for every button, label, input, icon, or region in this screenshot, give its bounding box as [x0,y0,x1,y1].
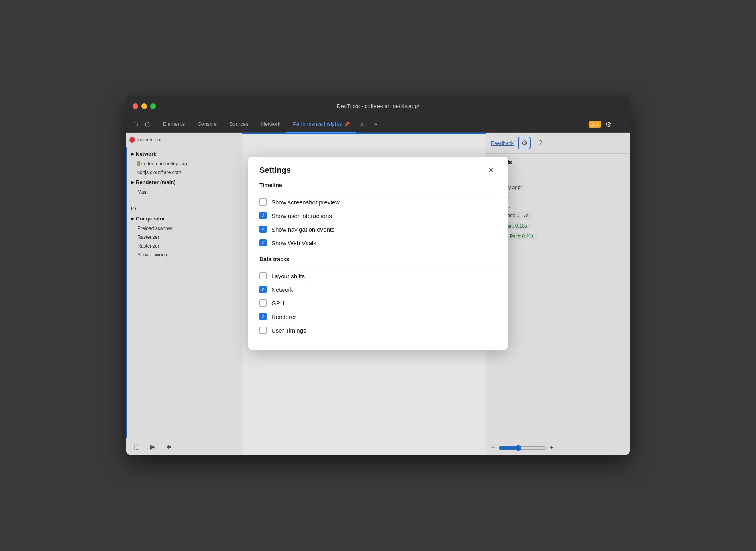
option-user-interactions-label: Show user interactions [271,212,332,219]
timeline-divider [259,192,497,192]
tab-bar-left: ⬚ ⬡ [129,119,153,130]
tabs-container: Elements Console Sources Network Perform… [157,117,589,133]
close-traffic-light[interactable] [133,103,138,109]
tab-console[interactable]: Console [191,117,223,133]
option-renderer[interactable]: Renderer [259,313,497,320]
option-show-navigation-events[interactable]: Show navigation events [259,226,497,233]
option-show-user-interactions[interactable]: Show user interactions [259,212,497,219]
tab-network[interactable]: Network [255,117,287,133]
option-network[interactable]: Network [259,286,497,293]
option-network-label: Network [271,286,293,293]
option-user-timings[interactable]: User Timings [259,327,497,334]
checkbox-gpu[interactable] [259,299,267,307]
checkbox-user-interactions[interactable] [259,212,267,219]
tab-bar: ⬚ ⬡ Elements Console Sources Network Per… [126,117,630,133]
option-web-vitals-label: Show Web Vitals [271,240,316,246]
checkbox-network[interactable] [259,286,267,293]
more-options-icon[interactable]: ⋮ [615,119,627,130]
tab-elements[interactable]: Elements [157,117,191,133]
title-bar: DevTools - coffee-cart.netlify.app/ [126,96,630,117]
section-gap [259,253,497,256]
modal-body: Timeline Show screenshot preview Show us… [248,182,508,350]
settings-icon[interactable]: ⚙ [603,119,614,130]
tab-actions: ⚠ 1 ⚙ ⋮ [589,119,627,130]
option-navigation-events-label: Show navigation events [271,226,334,233]
modal-title: Settings [259,166,291,175]
maximize-traffic-light[interactable] [150,103,156,109]
option-gpu[interactable]: GPU [259,299,497,307]
option-gpu-label: GPU [271,300,284,307]
window-title: DevTools - coffee-cart.netlify.app/ [337,103,419,109]
option-show-screenshot[interactable]: Show screenshot preview [259,198,497,206]
checkbox-renderer[interactable] [259,313,267,320]
option-user-timings-label: User Timings [271,327,306,334]
checkbox-layout-shifts[interactable] [259,272,267,279]
option-layout-shifts-label: Layout shifts [271,273,305,279]
modal-overlay[interactable]: Settings × Timeline Show screenshot prev… [126,133,630,455]
checkbox-user-timings[interactable] [259,327,267,334]
timeline-section-title: Timeline [259,182,497,188]
option-renderer-label: Renderer [271,313,296,320]
close-tab-btn[interactable]: × [356,119,368,130]
main-content: No throttlin ▾ ▶ Network coffee-cart.net… [126,133,630,455]
data-tracks-divider [259,266,497,266]
warning-icon: ⚠ [591,122,595,127]
tab-sources[interactable]: Sources [223,117,255,133]
modal-close-button[interactable]: × [485,165,497,176]
tab-performance-insights[interactable]: Performance insights 📌 [286,117,356,133]
checkbox-screenshot[interactable] [259,198,267,206]
traffic-lights [133,103,156,109]
pin-icon: 📌 [344,121,350,127]
option-layout-shifts[interactable]: Layout shifts [259,272,497,279]
checkbox-navigation-events[interactable] [259,226,267,233]
data-tracks-section-title: Data tracks [259,256,497,262]
checkbox-web-vitals[interactable] [259,239,267,246]
cursor-icon[interactable]: ⬚ [129,119,141,130]
minimize-traffic-light[interactable] [141,103,147,109]
warning-badge: ⚠ 1 [589,121,601,128]
device-toggle-icon[interactable]: ⬡ [142,119,153,130]
devtools-window: DevTools - coffee-cart.netlify.app/ ⬚ ⬡ … [126,96,630,455]
settings-modal: Settings × Timeline Show screenshot prev… [248,157,508,350]
tab-more[interactable]: » [368,117,383,133]
modal-header: Settings × [248,157,508,182]
option-screenshot-label: Show screenshot preview [271,199,340,206]
option-show-web-vitals[interactable]: Show Web Vitals [259,239,497,246]
